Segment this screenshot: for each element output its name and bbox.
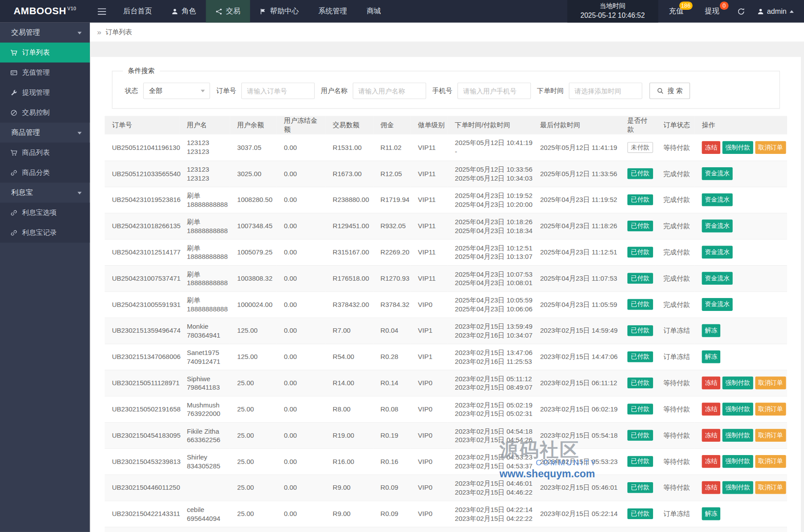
force-pay-button[interactable]: 强制付款 — [723, 376, 753, 389]
sidebar-item-label: 利息宝记录 — [22, 228, 57, 238]
cell-balance: 25.00 — [230, 370, 277, 396]
fund-flow-button[interactable]: 资金流水 — [702, 298, 733, 311]
force-pay-button[interactable]: 强制付款 — [723, 403, 753, 415]
topnav-item-roles[interactable]: 角色 — [162, 0, 206, 23]
topnav-item-system[interactable]: 系统管理 — [309, 0, 357, 23]
topnav-item-mall[interactable]: 商城 — [357, 0, 391, 23]
topnav: 后台首页角色交易帮助中心系统管理商城 — [114, 0, 391, 23]
cell-username: Monkie780364941 — [180, 318, 230, 344]
sidebar-item-trade-control[interactable]: 交易控制 — [0, 103, 90, 123]
freeze-button[interactable]: 冻结 — [702, 403, 721, 415]
force-pay-button[interactable]: 强制付款 — [723, 141, 753, 154]
cell-trade-amount: R8.00 — [325, 396, 373, 422]
username-line: 刷单 — [187, 296, 227, 305]
status-select[interactable]: 全部 — [143, 83, 210, 99]
admin-menu[interactable]: admin — [752, 0, 802, 23]
cell-order-time: 2023年02月15日 04:22:142023年02月15日 04:22:22 — [448, 501, 533, 527]
chevron-down-icon — [77, 132, 81, 136]
cancel-order-button[interactable]: 取消订单 — [755, 376, 786, 389]
recharge-badge: 186 — [679, 1, 692, 9]
topnav-item-help-center[interactable]: 帮助中心 — [250, 0, 309, 23]
cell-vip-level: VIP1 — [411, 318, 448, 344]
withdraw-link[interactable]: 提现 0 — [694, 0, 730, 23]
cell-order-time: 2023年02月15日 05:02:192023年02月15日 05:02:31 — [448, 396, 533, 422]
unfreeze-button[interactable]: 解冻 — [702, 324, 721, 337]
sidebar-item-interest-records[interactable]: 利息宝记录 — [0, 223, 90, 243]
menu-toggle-button[interactable] — [90, 0, 114, 23]
action-buttons: 资金流水 — [702, 167, 784, 180]
force-pay-button[interactable]: 强制付款 — [723, 429, 753, 442]
user-icon — [757, 8, 764, 15]
withdraw-label: 提现 — [705, 7, 719, 16]
sidebar-item-withdraw-manage[interactable]: 提现管理 — [0, 83, 90, 103]
cell-frozen-amount: 0.00 — [277, 448, 326, 475]
cell-actions: 冻结强制付款取消订单 — [694, 370, 787, 396]
sidebar-item-goods-category[interactable]: 商品分类 — [0, 163, 90, 183]
freeze-button[interactable]: 冻结 — [702, 141, 721, 154]
local-time-block: 当地时间 2025-05-12 10:46:52 — [567, 0, 658, 23]
sidebar-item-interest-options[interactable]: 利息宝选项 — [0, 203, 90, 223]
pay-time-line: 2023年02月15日 08:49:07 — [455, 383, 530, 392]
table-row: UB2504231007537471刷单188888888881003808.3… — [105, 265, 787, 291]
fund-flow-button[interactable]: 资金流水 — [702, 246, 733, 258]
order-time-input[interactable] — [569, 83, 642, 99]
cell-trade-amount: R1673.00 — [325, 161, 373, 187]
cancel-order-button[interactable]: 取消订单 — [755, 141, 786, 154]
freeze-button[interactable]: 冻结 — [702, 429, 721, 442]
cell-commission: R12.05 — [373, 161, 410, 187]
sidebar-group-interest[interactable]: 利息宝 — [0, 183, 90, 203]
phone-input[interactable] — [458, 83, 531, 99]
cell-balance: 25.00 — [230, 475, 277, 501]
cell-actions: 冻结强制付款取消订单 — [694, 475, 787, 501]
column-header: 是否付款 — [620, 116, 656, 135]
username-input[interactable] — [353, 83, 426, 99]
sidebar-group-trade-manage[interactable]: 交易管理 — [0, 23, 90, 43]
pay-time-line: 2023年02月15日 04:53:37 — [455, 461, 530, 470]
topnav-item-home[interactable]: 后台首页 — [114, 0, 162, 23]
cell-trade-amount: R315167.00 — [325, 239, 373, 265]
sidebar-item-order-list[interactable]: 订单列表 — [0, 43, 90, 63]
freeze-button[interactable]: 冻结 — [702, 376, 721, 389]
unfreeze-button[interactable]: 解冻 — [702, 508, 721, 520]
force-pay-button[interactable]: 强制付款 — [723, 481, 753, 494]
sidebar-menu: 交易管理订单列表充值管理提现管理交易控制商品管理商品列表商品分类利息宝利息宝选项… — [0, 23, 90, 243]
cell-username: 刷单18888888888 — [180, 291, 230, 318]
action-buttons: 冻结强制付款取消订单 — [702, 481, 784, 494]
order-no-input[interactable] — [241, 83, 315, 99]
fund-flow-button[interactable]: 资金流水 — [702, 193, 733, 206]
force-pay-button[interactable]: 强制付款 — [723, 455, 753, 468]
topnav-item-trade[interactable]: 交易 — [206, 0, 250, 23]
order-time-line: 2023年02月15日 13:47:06 — [455, 348, 530, 357]
fund-flow-button[interactable]: 资金流水 — [702, 272, 733, 285]
search-button[interactable]: 搜 索 — [650, 83, 690, 99]
cell-commission: R0.24 — [373, 527, 410, 532]
cancel-order-button[interactable]: 取消订单 — [755, 481, 786, 494]
cell-paid-status: 已付款 — [620, 291, 656, 318]
cell-order-status: 订单冻结 — [656, 344, 694, 370]
freeze-button[interactable]: 冻结 — [702, 481, 721, 494]
cell-trade-amount: R24.00 — [325, 527, 373, 532]
cell-frozen-amount: 0.00 — [277, 134, 326, 161]
breadcrumb-current: 订单列表 — [106, 28, 132, 37]
freeze-button[interactable]: 冻结 — [702, 455, 721, 468]
cancel-order-button[interactable]: 取消订单 — [755, 455, 786, 468]
sidebar-group-goods-manage[interactable]: 商品管理 — [0, 123, 90, 143]
cart-icon — [10, 149, 17, 156]
action-buttons: 解冻 — [702, 351, 784, 363]
user-account-line: 18888888888 — [187, 200, 227, 209]
order-time-line: 2025年04月23日 10:18:26 — [455, 217, 530, 226]
cell-username: 123123123123 — [180, 134, 230, 161]
cancel-order-button[interactable]: 取消订单 — [755, 403, 786, 415]
sidebar-item-goods-list[interactable]: 商品列表 — [0, 143, 90, 163]
fund-flow-button[interactable]: 资金流水 — [702, 220, 733, 233]
recharge-link[interactable]: 充值 186 — [658, 0, 694, 23]
cancel-order-button[interactable]: 取消订单 — [755, 429, 786, 442]
cell-frozen-amount: 0.00 — [277, 344, 326, 370]
refresh-button[interactable] — [730, 0, 752, 23]
pay-time-line: 2025年05月12日 10:34:03 — [455, 173, 530, 182]
unfreeze-button[interactable]: 解冻 — [702, 351, 721, 363]
sidebar-item-recharge-manage[interactable]: 充值管理 — [0, 63, 90, 83]
table-row: UB2302150247579594Cabangani25.000.00R24.… — [105, 527, 787, 532]
fund-flow-button[interactable]: 资金流水 — [702, 167, 733, 180]
cell-username: 刷单18888888888 — [180, 239, 230, 265]
